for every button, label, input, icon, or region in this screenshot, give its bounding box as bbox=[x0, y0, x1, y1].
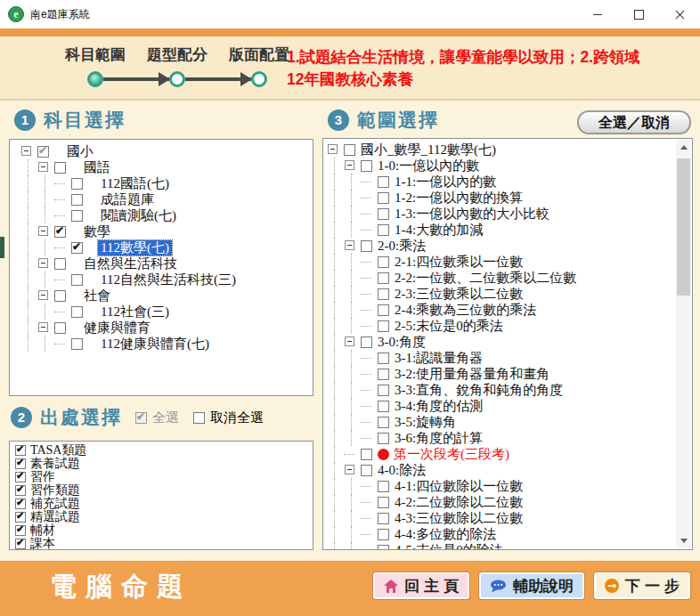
tree-row[interactable]: 4-4:多位數的除法 bbox=[327, 526, 692, 542]
select-all-checkbox[interactable]: 全選 bbox=[135, 409, 179, 426]
tree-row[interactable]: 112自然與生活科技(三) bbox=[20, 272, 313, 288]
tree-node-label[interactable]: 閱讀測驗(七) bbox=[98, 208, 179, 223]
tree-node-label[interactable]: 3-1:認識量角器 bbox=[392, 351, 485, 366]
source-item-checkbox[interactable] bbox=[15, 539, 26, 549]
tree-checkbox[interactable] bbox=[361, 160, 372, 172]
source-list-item[interactable]: 精選試題 bbox=[13, 510, 313, 523]
tree-checkbox[interactable] bbox=[54, 258, 66, 270]
collapse-toggle-icon[interactable] bbox=[37, 288, 52, 304]
tree-row[interactable]: 4-2:二位數除以二位數 bbox=[327, 494, 692, 510]
collapse-toggle-icon[interactable] bbox=[20, 143, 35, 159]
tree-row[interactable]: 國小_數學_112數學(七) bbox=[327, 142, 692, 158]
tree-node-label[interactable]: 3-3:直角、銳角和鈍角的角度 bbox=[392, 383, 566, 398]
tree-node-label[interactable]: 4-1:四位數除以一位數 bbox=[392, 479, 525, 494]
tree-row[interactable]: 3-3:直角、銳角和鈍角的角度 bbox=[327, 382, 692, 398]
tree-checkbox[interactable] bbox=[71, 242, 83, 254]
tree-checkbox[interactable] bbox=[378, 288, 389, 300]
tree-row[interactable]: 3-2:使用量角器量角和畫角 bbox=[327, 366, 692, 382]
tree-checkbox[interactable] bbox=[378, 513, 389, 524]
tree-node-label[interactable]: 3-4:角度的估測 bbox=[392, 399, 485, 414]
tree-checkbox[interactable] bbox=[378, 176, 389, 188]
tree-checkbox[interactable] bbox=[71, 306, 83, 318]
tree-row[interactable]: 社會 bbox=[20, 288, 313, 304]
tree-node-label[interactable]: 社會 bbox=[81, 288, 113, 304]
source-item-checkbox[interactable] bbox=[15, 458, 26, 469]
tree-node-label[interactable]: 3-2:使用量角器量角和畫角 bbox=[392, 367, 552, 382]
tree-row[interactable]: 112健康與體育(七) bbox=[20, 336, 313, 352]
tree-node-label[interactable]: 2-5:末位是0的乘法 bbox=[392, 319, 506, 334]
tree-row[interactable]: 1-3:一億以內數的大小比較 bbox=[327, 206, 692, 222]
collapse-toggle-icon[interactable] bbox=[37, 320, 52, 336]
tree-checkbox[interactable] bbox=[378, 545, 389, 551]
tree-node-label[interactable]: 第一次段考(三段考) bbox=[391, 447, 512, 462]
tree-node-label[interactable]: 2-2:一位數、二位數乘以二位數 bbox=[392, 271, 579, 286]
tree-checkbox[interactable] bbox=[378, 256, 389, 268]
tree-node-label[interactable]: 1-4:大數的加減 bbox=[392, 223, 485, 238]
tree-checkbox[interactable] bbox=[361, 449, 372, 460]
collapse-toggle-icon[interactable] bbox=[344, 158, 358, 174]
source-item-checkbox[interactable] bbox=[15, 525, 26, 536]
tree-node-label[interactable]: 1-0:一億以內的數 bbox=[375, 158, 482, 174]
tree-row[interactable]: 3-0:角度 bbox=[327, 334, 692, 350]
minimize-button[interactable] bbox=[577, 0, 618, 28]
deselect-all-checkbox-box[interactable] bbox=[193, 412, 205, 424]
tree-checkbox[interactable] bbox=[37, 146, 49, 158]
next-step-button[interactable]: →下一步 bbox=[594, 572, 690, 599]
tree-row[interactable]: 3-6:角度的計算 bbox=[327, 430, 692, 446]
tree-row[interactable]: 第一次段考(三段考) bbox=[327, 446, 692, 462]
deselect-all-checkbox[interactable]: 取消全選 bbox=[193, 409, 264, 426]
tree-row[interactable]: 1-0:一億以內的數 bbox=[327, 158, 692, 174]
tree-checkbox[interactable] bbox=[378, 481, 389, 492]
tree-node-label[interactable]: 2-0:乘法 bbox=[375, 239, 428, 254]
tree-checkbox[interactable] bbox=[71, 178, 83, 190]
help-button[interactable]: 輔助說明 bbox=[479, 572, 584, 599]
tree-row[interactable]: 2-4:乘數為三位數的乘法 bbox=[327, 302, 692, 318]
tree-row[interactable]: 2-0:乘法 bbox=[327, 238, 692, 254]
tree-node-label[interactable]: 4-2:二位數除以二位數 bbox=[392, 495, 525, 510]
source-item-checkbox[interactable] bbox=[15, 445, 26, 456]
tree-row[interactable]: 4-5:末位是0的除法 bbox=[327, 542, 692, 550]
tree-row[interactable]: 健康與體育 bbox=[20, 320, 313, 336]
tree-checkbox[interactable] bbox=[361, 465, 372, 476]
tree-checkbox[interactable] bbox=[378, 208, 389, 220]
tree-row[interactable]: 2-1:四位數乘以一位數 bbox=[327, 254, 692, 270]
collapse-toggle-icon[interactable] bbox=[37, 255, 52, 272]
tree-row[interactable]: 1-2:一億以內數的換算 bbox=[327, 190, 692, 206]
source-list-item[interactable]: 輔材 bbox=[13, 523, 313, 537]
tree-node-label[interactable]: 2-1:四位數乘以一位數 bbox=[392, 255, 525, 270]
tree-checkbox[interactable] bbox=[378, 417, 389, 428]
tree-checkbox[interactable] bbox=[71, 274, 83, 286]
tree-node-label[interactable]: 2-3:三位數乘以二位數 bbox=[392, 287, 525, 302]
tree-node-label[interactable]: 國小_數學_112數學(七) bbox=[358, 142, 499, 158]
tree-checkbox[interactable] bbox=[361, 336, 372, 348]
source-item-checkbox[interactable] bbox=[15, 485, 26, 496]
tree-node-label[interactable]: 112社會(三) bbox=[98, 304, 172, 320]
tree-node-label[interactable]: 3-0:角度 bbox=[375, 335, 428, 350]
tree-checkbox[interactable] bbox=[378, 529, 389, 540]
tree-node-label[interactable]: 成語題庫 bbox=[98, 192, 157, 207]
scroll-down-button[interactable] bbox=[676, 533, 691, 548]
tree-row[interactable]: 3-5:旋轉角 bbox=[327, 414, 692, 430]
scrollbar-thumb[interactable] bbox=[677, 158, 690, 296]
maximize-button[interactable] bbox=[618, 0, 659, 28]
tree-row[interactable]: 4-1:四位數除以一位數 bbox=[327, 478, 692, 494]
tree-checkbox[interactable] bbox=[54, 226, 66, 238]
tree-node-label[interactable]: 1-2:一億以內數的換算 bbox=[392, 190, 525, 206]
select-toggle-button[interactable]: 全選／取消 bbox=[577, 110, 691, 134]
tree-row[interactable]: 3-4:角度的估測 bbox=[327, 398, 692, 414]
tree-checkbox[interactable] bbox=[344, 144, 355, 156]
tree-node-label[interactable]: 112健康與體育(七) bbox=[98, 336, 212, 352]
tree-row[interactable]: 閱讀測驗(七) bbox=[20, 207, 313, 223]
tree-row[interactable]: 4-3:三位數除以二位數 bbox=[327, 510, 692, 526]
collapse-toggle-icon[interactable] bbox=[344, 462, 358, 478]
tree-node-label[interactable]: 1-3:一億以內數的大小比較 bbox=[392, 207, 552, 222]
tree-checkbox[interactable] bbox=[71, 194, 83, 206]
tree-row[interactable]: 1-4:大數的加減 bbox=[327, 222, 692, 238]
tree-row[interactable]: 成語題庫 bbox=[20, 191, 313, 207]
source-item-checkbox[interactable] bbox=[15, 498, 26, 509]
tree-row[interactable]: 112數學(七) bbox=[20, 239, 313, 255]
tree-checkbox[interactable] bbox=[71, 210, 83, 222]
tree-checkbox[interactable] bbox=[54, 290, 66, 302]
tree-node-label[interactable]: 健康與體育 bbox=[81, 320, 153, 336]
tree-node-label[interactable]: 1-1:一億以內的數 bbox=[392, 174, 499, 190]
